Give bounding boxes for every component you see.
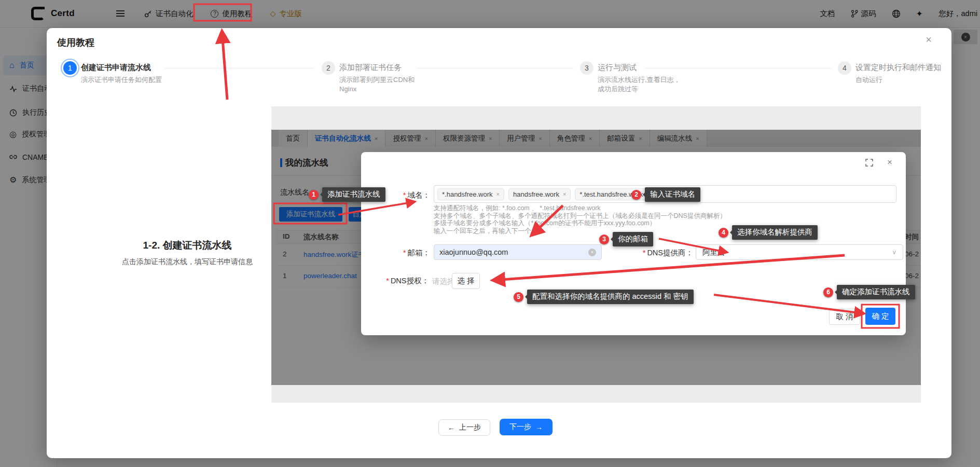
required-mark: * (386, 277, 389, 285)
step-connector (416, 68, 573, 68)
back-arrow-icon: ← (448, 423, 455, 432)
dns-auth-placeholder: 请选择 (432, 277, 455, 286)
step-number: 1 (63, 61, 77, 75)
dns-provider-label: *DNS提供商： (611, 248, 693, 258)
modal-title: 使用教程 (57, 36, 94, 49)
tag-text: *.handsfree.work (442, 190, 493, 198)
domain-help-text: 支持通配符域名，例如: *.foo.com 、 *.test.handsfree… (434, 204, 726, 235)
next-label: 下一步 (509, 422, 531, 432)
dns-auth-label: *DNS授权： (377, 276, 429, 286)
tag-close-icon[interactable]: × (563, 191, 566, 197)
clear-input-icon[interactable]: × (588, 249, 596, 256)
page: Certd 证书自动化 ? 使用教程 ◇ 专业版 文档 源码 ✦ (0, 0, 980, 467)
cancel-button[interactable]: 取 消 (829, 309, 860, 325)
domain-label: *域名： (378, 190, 430, 200)
dns-auth-select-button[interactable]: 选 择 (452, 273, 480, 289)
tutorial-screenshot: 首页 证书自动化流水线× 授权管理× 权限资源管理× 用户管理× 角色管理× 邮… (271, 106, 921, 403)
step-connector (644, 68, 831, 68)
step-connector (165, 68, 314, 68)
label-text: 邮箱： (408, 249, 431, 257)
chevron-down-icon: ∨ (892, 249, 896, 256)
step-number: 4 (838, 61, 851, 75)
prev-step-button[interactable]: ← 上一步 (438, 419, 490, 436)
help-line: 输入一个回车之后，再输入下一个 (434, 227, 726, 235)
note-body: 点击添加证书流水线，填写证书申请信息 (112, 257, 263, 267)
step-note: 1-2. 创建证书流水线 点击添加证书流水线，填写证书申请信息 (112, 239, 263, 267)
step-title: 运行与测试 (598, 63, 637, 73)
tag-text: handsfree.work (513, 190, 559, 198)
domain-tag: *.handsfree.work× (437, 188, 504, 200)
modal-close-icon[interactable]: × (921, 32, 936, 47)
tag-close-icon[interactable]: × (646, 191, 650, 197)
required-mark: * (403, 249, 406, 257)
step-desc: 演示流水线运行,查看日志，成功后跳过等 (598, 75, 683, 94)
help-line: 多级子域名要分成多个域名输入（*.foo.com的证书不能用于xxx.yyy.f… (434, 219, 726, 227)
step-desc: 演示部署到阿里云CDN和Nginx (339, 75, 424, 94)
step-desc: 自动运行 (855, 75, 941, 85)
next-step-button[interactable]: 下一步 → (500, 419, 553, 435)
tag-close-icon[interactable]: × (496, 191, 500, 197)
email-value: xiaojunnuo@qq.com (439, 248, 508, 256)
email-label: *邮箱： (378, 248, 430, 258)
step-number: 3 (580, 61, 593, 75)
domain-input[interactable]: *.handsfree.work× handsfree.work× *.test… (434, 185, 896, 203)
step-title: 添加部署证书任务 (339, 63, 402, 73)
domain-tag: *.test.handsfree.work× (575, 188, 655, 200)
dialog-close-icon[interactable]: × (887, 157, 892, 168)
confirm-button[interactable]: 确 定 (865, 308, 895, 325)
help-line: 支持通配符域名，例如: *.foo.com 、 *.test.handsfree… (434, 204, 726, 212)
label-text: DNS授权： (391, 277, 429, 285)
step-title: 创建证书申请流水线 (81, 63, 151, 73)
step-title: 设置定时执行和邮件通知 (855, 63, 941, 73)
email-input[interactable]: xiaojunnuo@qq.com × (434, 244, 602, 260)
prev-label: 上一步 (459, 423, 481, 432)
required-mark: * (403, 191, 406, 199)
tag-text: *.test.handsfree.work (579, 190, 643, 198)
step-number: 2 (322, 61, 335, 75)
tutorial-modal: 使用教程 × 1 创建证书申请流水线 演示证书申请任务如何配置 2 添加部署证书… (47, 28, 951, 458)
help-line: 支持多个域名、多个子域名、多个通配符域名打到一个证书上（域名必须是在同一个DNS… (434, 212, 726, 220)
dns-provider-select[interactable]: 阿里云 ∨ (696, 244, 903, 260)
forward-arrow-icon: → (535, 423, 543, 431)
fullscreen-icon[interactable] (865, 159, 873, 167)
dns-provider-value: 阿里云 (702, 248, 725, 257)
note-heading: 1-2. 创建证书流水线 (112, 239, 263, 252)
add-pipeline-dialog: × *域名： *.handsfree.work× handsfree.work×… (361, 152, 906, 335)
label-text: DNS提供商： (647, 249, 693, 257)
step-desc: 演示证书申请任务如何配置 (81, 75, 166, 85)
domain-tag: handsfree.work× (508, 188, 571, 200)
required-mark: * (643, 249, 646, 257)
label-text: 域名： (408, 191, 431, 199)
